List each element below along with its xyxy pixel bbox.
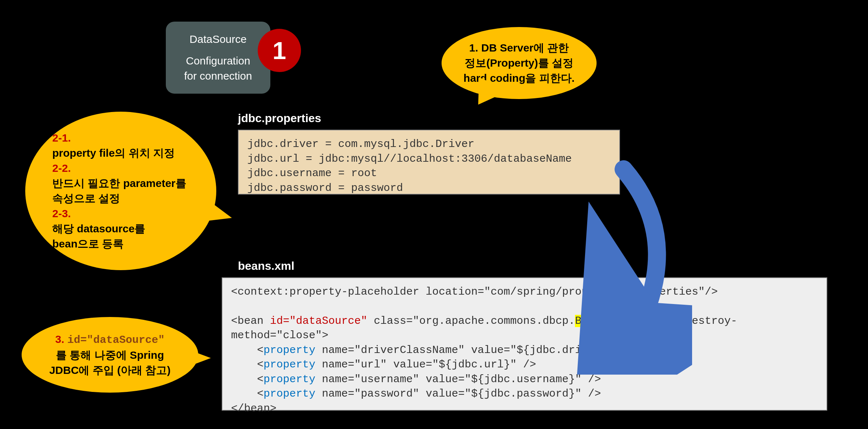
bubble3-id: id="dataSource" (67, 334, 165, 346)
code-block-properties: jdbc.driver = com.mysql.jdbc.Driver jdbc… (238, 130, 620, 195)
number-badge-text: 1 (273, 36, 286, 64)
beans-line4: <property name="url" value="${jdbc.url}"… (231, 357, 818, 372)
bubble2-h3: 2-3. (52, 206, 216, 221)
beans-l3-b: name="driverClassName" value="${jdbc.dri… (315, 344, 633, 356)
beans-l2-b: class="org.apache.commons.dbcp. (367, 315, 575, 327)
beans-l3-a: < (231, 344, 264, 356)
datasource-subtitle1: Configuration (186, 53, 250, 68)
datasource-subtitle2: for connection (184, 68, 252, 84)
props-line2: jdbc.url = jdbc:mysql//localhost:3306/da… (247, 152, 611, 166)
beans-l2-a: <bean (231, 315, 270, 327)
bubble1-line2: 정보(Property)를 설정 (465, 55, 574, 71)
label-jdbc-properties: jdbc.properties (238, 112, 321, 125)
number-badge-1: 1 (258, 29, 301, 72)
beans-l2-highlight: BasicDataSource (575, 315, 672, 327)
bubble2-l2b: 속성으로 설정 (52, 191, 216, 206)
props-line1: jdbc.driver = com.mysql.jdbc.Driver (247, 137, 611, 152)
beans-line2: <bean id="dataSource" class="org.apache.… (231, 314, 818, 343)
beans-line3: <property name="driverClassName" value="… (231, 343, 818, 358)
label-beans-xml: beans.xml (238, 259, 294, 273)
beans-l2-id: id="dataSource" (270, 315, 367, 327)
callout-bubble-3: 3. id="dataSource" 를 통해 나중에 Spring JDBC에… (22, 317, 198, 393)
bubble2-l2a: 반드시 필요한 parameter를 (52, 176, 216, 191)
bubble1-line1: 1. DB Server에 관한 (469, 40, 569, 55)
bubble3-line1: 3. id="dataSource" (55, 332, 164, 348)
code-block-beans: <context:property-placeholder location="… (222, 277, 827, 411)
callout-bubble-1: 1. DB Server에 관한 정보(Property)를 설정 hard c… (442, 27, 597, 99)
callout-bubble-2: 2-1. property file의 위치 지정 2-2. 반드시 필요한 p… (25, 112, 216, 270)
beans-l4-a: < (231, 358, 264, 371)
beans-l6-p: property (264, 388, 315, 400)
beans-line6: <property name="password" value="${jdbc.… (231, 386, 818, 401)
bubble3-line3: JDBC에 주입 (아래 참고) (49, 363, 171, 378)
beans-l4-b: name="url" value="${jdbc.url}" /> (315, 358, 536, 371)
beans-line5: <property name="username" value="${jdbc.… (231, 372, 818, 387)
beans-l5-p: property (264, 373, 315, 385)
bubble1-line3: hard coding을 피한다. (464, 71, 575, 86)
bubble2-l1: property file의 위치 지정 (52, 146, 216, 161)
bubble2-h1: 2-1. (52, 130, 216, 146)
props-line4: jdbc.password = password (247, 181, 611, 196)
bubble3-prefix: 3. (55, 333, 67, 345)
bubble2-h2: 2-2. (52, 161, 216, 176)
datasource-title: DataSource (190, 32, 247, 47)
props-line3: jdbc.username = root (247, 166, 611, 181)
beans-line1: <context:property-placeholder location="… (231, 285, 818, 299)
bubble2-l3b: bean으로 등록 (52, 236, 216, 251)
beans-line7: </bean> (231, 401, 818, 416)
beans-l3-p: property (264, 344, 315, 356)
bubble3-line2: 를 통해 나중에 Spring (56, 348, 164, 363)
beans-l5-b: name="username" value="${jdbc.username}"… (315, 373, 601, 385)
beans-l6-b: name="password" value="${jdbc.password}"… (315, 388, 601, 400)
datasource-box: DataSource Configuration for connection (166, 22, 270, 94)
beans-l4-p: property (264, 358, 315, 371)
bubble2-l3a: 해당 datasource를 (52, 221, 216, 236)
beans-l6-a: < (231, 388, 264, 400)
beans-l5-a: < (231, 373, 264, 385)
